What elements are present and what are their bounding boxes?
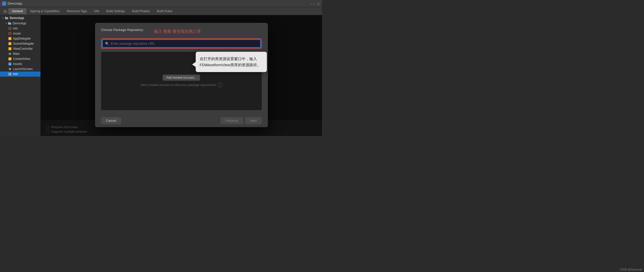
sidebar-item-music[interactable]: ♪ music [0, 31, 40, 36]
swift-icon-scenedelegate: S [8, 42, 12, 45]
swift-icon-appdelegate: S [8, 37, 12, 40]
tab-resource-tags[interactable]: Resource Tags [63, 8, 90, 14]
svg-text:S: S [9, 43, 11, 45]
title-bar: A DemoApp ‹ › ⚠ [0, 0, 322, 7]
sidebar-item-main[interactable]: Main [0, 51, 40, 56]
content-area: Choose Package Repository: 输入 搜索 要安装的第三库… [41, 15, 322, 136]
svg-text:♪: ♪ [9, 28, 10, 29]
info-icon[interactable]: i [218, 83, 222, 87]
svg-rect-5 [8, 22, 9, 23]
audio-icon-music: ♪ [8, 32, 12, 35]
xcode-tab-bar: ▤ General Signing & Capabilities Resourc… [0, 7, 322, 15]
sidebar-item-demoapp[interactable]: ▼ DemoApp [0, 21, 40, 26]
sidebar-item-info-label: Info [13, 72, 18, 76]
sidebar-item-main-label: Main [13, 52, 20, 56]
sidebar-item-launchscreen-label: LaunchScreen [13, 67, 33, 71]
sidebar-item-music-label: music [13, 32, 21, 35]
add-account-hint: Add a hosted account to view your packag… [141, 83, 216, 87]
add-account-button[interactable]: Add Hosted Account... [163, 75, 200, 81]
nav-back-btn[interactable]: ‹ [310, 2, 312, 6]
svg-text:A: A [3, 3, 5, 5]
sidebar-item-scenedelegate[interactable]: S SceneDelegate [0, 41, 40, 46]
title-bar-controls: ‹ › ⚠ [310, 2, 320, 6]
tab-signing[interactable]: Signing & Capabilities [26, 8, 63, 14]
sidebar-item-assets[interactable]: ⊞ Assets [0, 61, 40, 66]
assets-icon: ⊞ [8, 62, 12, 66]
storyboard-icon-main [8, 52, 12, 56]
callout-text: 在打开的类资源设置窗口中，输入FDWaveformView类库的资源路径。 [200, 57, 261, 67]
sidebar-item-info[interactable]: Info [0, 72, 40, 77]
storyboard-icon-launchscreen [8, 67, 12, 71]
svg-rect-3 [5, 17, 6, 18]
modal-overlay: Choose Package Repository: 输入 搜索 要安装的第三库… [41, 15, 322, 136]
folder-icon-demoapp [8, 22, 11, 25]
search-icon: 🔍 [105, 42, 109, 45]
previous-button[interactable]: Previous [221, 117, 243, 124]
window-title: DemoApp [8, 2, 22, 5]
nav-forward-btn[interactable]: › [313, 2, 315, 6]
tab-info[interactable]: Info [90, 8, 103, 14]
tab-build-rules[interactable]: Build Rules [154, 8, 176, 14]
sidebar-item-assets-label: Assets [13, 62, 22, 66]
sidebar-group-demoapp[interactable]: ▼ DemoApp [0, 15, 40, 21]
sidebar-item-appdelegate-label: AppDelegate [13, 37, 30, 40]
sidebar-item-mtv[interactable]: ♪ mtv [0, 26, 40, 31]
sidebar-group-label: DemoApp [10, 16, 24, 20]
callout-tooltip: 在打开的类资源设置窗口中，输入FDWaveformView类库的资源路径。 [196, 52, 267, 72]
sidebar-item-mtv-label: mtv [13, 27, 18, 30]
svg-rect-4 [8, 23, 11, 25]
sidebar-item-viewcontroller[interactable]: S ViewController [0, 46, 40, 51]
sidebar-toggle-btn[interactable]: ▤ [2, 9, 8, 14]
modal-title: Choose Package Repository: [101, 28, 144, 32]
svg-text:S: S [9, 58, 11, 60]
modal-body: Choose Package Repository: 输入 搜索 要安装的第三库… [95, 23, 268, 114]
sidebar-item-appdelegate[interactable]: S AppDelegate [0, 36, 40, 41]
swift-icon-contentview: S [8, 57, 12, 61]
modal-footer: Cancel Previous Next [95, 114, 268, 127]
sidebar-item-contentview-label: ContentView [13, 57, 30, 61]
svg-text:⊞: ⊞ [9, 63, 11, 65]
package-url-input[interactable] [102, 39, 261, 48]
modal-content-area: Add Hosted Account... Add a hosted accou… [101, 52, 262, 110]
tab-general[interactable]: General [8, 8, 26, 14]
sidebar: ▼ DemoApp ▼ DemoApp ♪ mtv ♪ [0, 15, 41, 136]
annotation-text: 输入 搜索 要安装的第三库 [154, 29, 201, 34]
svg-text:♪: ♪ [9, 33, 10, 35]
audio-icon-mtv: ♪ [8, 27, 12, 30]
svg-text:S: S [9, 48, 11, 50]
cancel-button[interactable]: Cancel [101, 117, 121, 124]
next-button[interactable]: Next [245, 117, 262, 124]
tab-build-phases[interactable]: Build Phases [129, 8, 154, 14]
package-repository-modal: Choose Package Repository: 输入 搜索 要安装的第三库… [95, 23, 268, 127]
search-box-wrapper: 🔍 [101, 38, 262, 49]
tab-build-settings[interactable]: Build Settings [103, 8, 128, 14]
svg-rect-2 [5, 17, 8, 19]
sidebar-item-demoapp-label: DemoApp [13, 22, 26, 25]
app-icon: A [2, 2, 6, 6]
modal-footer-right: Previous Next [221, 117, 262, 124]
svg-text:S: S [9, 38, 11, 40]
swift-icon-viewcontroller: S [8, 47, 12, 50]
sidebar-item-scenedelegate-label: SceneDelegate [13, 42, 34, 45]
sidebar-item-viewcontroller-label: ViewController [13, 47, 33, 50]
editor-area: Choose Package Repository: 输入 搜索 要安装的第三库… [41, 15, 322, 136]
chevron-down-icon: ▼ [2, 17, 4, 19]
content-split: Choose Package Repository: 输入 搜索 要安装的第三库… [41, 15, 322, 136]
sidebar-item-launchscreen[interactable]: LaunchScreen [0, 66, 40, 72]
main-layout: ▼ DemoApp ▼ DemoApp ♪ mtv ♪ [0, 15, 322, 136]
sidebar-item-contentview[interactable]: S ContentView [0, 56, 40, 61]
warning-icon: ⚠ [317, 2, 320, 6]
add-account-section: Add Hosted Account... Add a hosted accou… [141, 75, 222, 87]
plist-icon-info [8, 72, 12, 76]
folder-icon [5, 16, 8, 20]
